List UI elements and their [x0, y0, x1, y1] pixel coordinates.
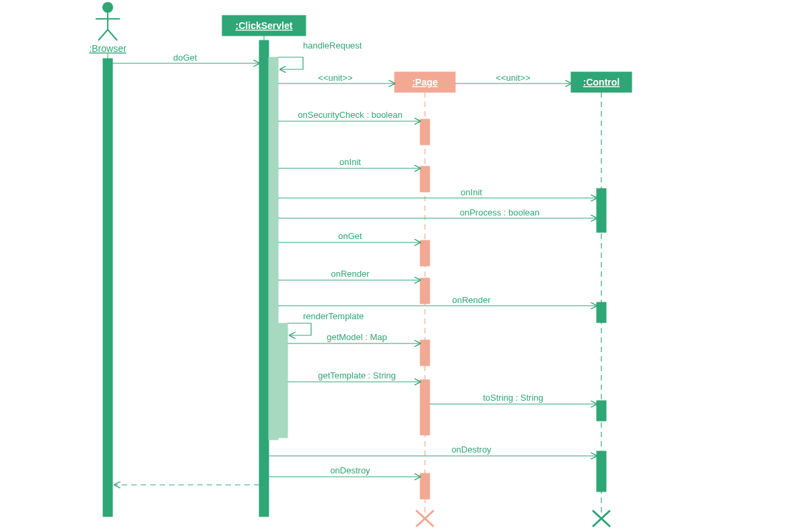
msg-oninit-page: onInit	[339, 157, 361, 167]
msg-onrender-control: onRender	[452, 295, 491, 305]
msg-oninit-control: onInit	[461, 187, 482, 197]
lifeline-control: :Control	[571, 72, 632, 92]
activation-clickservlet	[259, 40, 269, 517]
activation-gettemplate	[420, 380, 430, 435]
actor-browser: :Browser	[89, 2, 127, 54]
page-label: :Page	[412, 77, 438, 88]
msg-securitycheck: onSecurityCheck : boolean	[298, 110, 402, 120]
destroy-control	[593, 510, 610, 527]
msg-onrender-page: onRender	[331, 269, 370, 279]
activation-tostring	[597, 401, 606, 421]
activation-browser	[103, 59, 112, 517]
destroy-page	[416, 510, 434, 527]
msg-ondestroy-page: onDestroy	[330, 465, 370, 475]
svg-line-3	[98, 30, 108, 40]
msg-rendertemplate: renderTemplate	[303, 311, 364, 321]
msg-gettemplate: getTemplate : String	[318, 370, 396, 380]
activation-ondestroy-page	[420, 473, 430, 499]
msg-doget: doGet	[173, 53, 197, 63]
activation-onrender-control	[597, 302, 606, 323]
stereotype-unit2: <<unit>>	[496, 73, 530, 83]
lifeline-page: :Page	[395, 72, 455, 92]
activation-rendertemplate	[278, 323, 288, 438]
svg-line-4	[108, 30, 117, 40]
activation-securitycheck	[420, 119, 430, 145]
activation-ondestroy-control	[597, 451, 606, 492]
activation-onget	[420, 240, 430, 266]
msg-handlerequest: handleRequest	[303, 40, 362, 51]
activation-oninit-control	[597, 189, 606, 232]
control-label: :Control	[583, 77, 620, 88]
clickservlet-label: :ClickServlet	[236, 20, 293, 31]
msg-ondestroy-control: onDestroy	[451, 444, 492, 455]
actor-browser-label: :Browser	[89, 43, 127, 54]
svg-point-0	[102, 2, 113, 13]
activation-getmodel	[420, 340, 430, 366]
msg-onget: onGet	[338, 231, 362, 241]
activation-oninit-page	[420, 166, 430, 192]
stereotype-unit1: <<unit>>	[318, 73, 352, 83]
msg-tostring: toString : String	[483, 393, 543, 403]
activation-handlerequest	[269, 57, 278, 440]
msg-onprocess: onProcess : boolean	[460, 207, 540, 218]
sequence-diagram: :Browser :ClickServlet :Page :Control do…	[0, 0, 798, 532]
activation-onrender-page	[420, 278, 430, 304]
lifeline-clickservlet: :ClickServlet	[222, 15, 306, 36]
msg-getmodel: getModel : Map	[327, 332, 387, 342]
